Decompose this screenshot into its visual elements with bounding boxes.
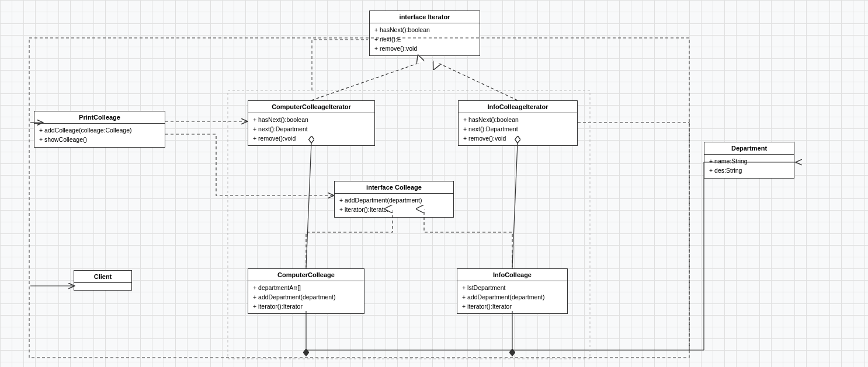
box-computer-colleage: ComputerColleage + departmentArr[] + add… (248, 268, 364, 314)
arrow-cci-to-iterator (311, 62, 421, 100)
box-ici-header: InfoColleageIterator (459, 101, 577, 113)
box-dept-body: + name:String + des:String (704, 155, 794, 178)
box-client-header: Client (74, 271, 131, 283)
arrow-infc-to-ic (424, 209, 512, 268)
dashed-cci-to-iter-path (312, 40, 368, 90)
box-ic-body: + addDepartment(department) + iterator()… (335, 194, 453, 217)
box-info-colleage-iterator: InfoColleageIterator + hasNext():boolean… (458, 100, 578, 146)
box-client-body (74, 283, 131, 290)
box-interface-colleage: interface Colleage + addDepartment(depar… (334, 181, 454, 218)
diagram-canvas: interface Iterator + hasNext():boolean +… (0, 0, 868, 367)
box-iterator-header: interface Iterator (370, 11, 480, 23)
arrow-ici-to-iterator (437, 62, 518, 100)
box-infc-header: InfoColleage (457, 269, 567, 281)
box-pc-header: PrintColleage (34, 111, 165, 124)
box-cci-body: + hasNext():boolean + next():Department … (248, 113, 374, 145)
box-iterator: interface Iterator + hasNext():boolean +… (369, 11, 480, 56)
box-ici-body: + hasNext():boolean + next():Department … (459, 113, 577, 145)
box-cc-header: ComputerColleage (248, 269, 364, 281)
box-info-colleage: InfoColleage + lstDepartment + addDepart… (457, 268, 568, 314)
box-dept-header: Department (704, 142, 794, 155)
box-ic-header: interface Colleage (335, 181, 453, 194)
box-pc-body: + addColleage(colleage:Colleage) + showC… (34, 124, 165, 147)
box-computer-colleage-iterator: ComputerColleageIterator + hasNext():boo… (248, 100, 375, 146)
box-infc-body: + lstDepartment + addDepartment(departme… (457, 281, 567, 313)
box-cc-body: + departmentArr[] + addDepartment(depart… (248, 281, 364, 313)
arrow-ici-to-ic (512, 143, 518, 267)
box-iterator-body: + hasNext():boolean + next():E + remove(… (370, 23, 480, 55)
box-print-colleage: PrintColleage + addColleage(colleage:Col… (34, 111, 165, 148)
arrow-cc-to-ic (306, 209, 393, 268)
box-department: Department + name:String + des:String (704, 142, 794, 179)
arrow-cci-to-cc (306, 143, 311, 267)
box-cci-header: ComputerColleageIterator (248, 101, 374, 113)
box-client: Client (74, 270, 132, 291)
